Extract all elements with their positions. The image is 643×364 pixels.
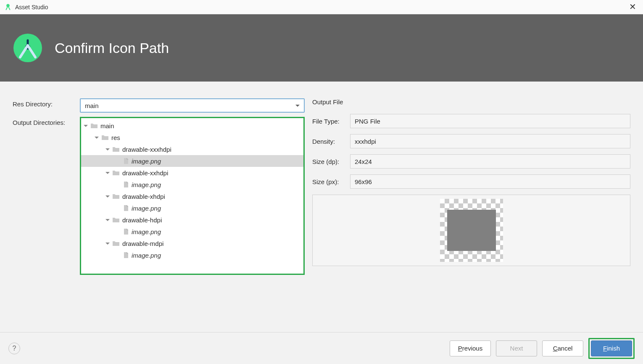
tree-node-label: res bbox=[111, 134, 120, 141]
density-value: xxxhdpi bbox=[350, 134, 630, 148]
tree-node-label: image.png bbox=[132, 228, 161, 235]
tree-node-label: image.png bbox=[132, 158, 161, 165]
file-icon bbox=[123, 181, 129, 188]
chevron-down-icon bbox=[295, 105, 300, 107]
size-dp-label: Size (dp): bbox=[312, 158, 350, 165]
tree-row[interactable]: main bbox=[81, 120, 303, 132]
file-type-label: File Type: bbox=[312, 118, 350, 125]
tree-node-label: image.png bbox=[132, 252, 161, 259]
tree-expander-icon[interactable] bbox=[105, 195, 110, 198]
help-button[interactable]: ? bbox=[8, 343, 20, 354]
tree-row[interactable]: image.png bbox=[81, 249, 303, 261]
checkerboard-icon bbox=[440, 199, 503, 262]
page-title: Confirm Icon Path bbox=[55, 40, 169, 56]
size-px-label: Size (px): bbox=[312, 178, 350, 185]
output-directories-label: Output Directories: bbox=[13, 117, 80, 126]
tree-row[interactable]: image.png bbox=[81, 226, 303, 237]
tree-expander-icon[interactable] bbox=[105, 172, 110, 174]
folder-icon bbox=[112, 217, 120, 223]
tree-expander-icon[interactable] bbox=[84, 125, 88, 127]
tree-expander-icon[interactable] bbox=[105, 219, 110, 221]
finish-highlight: Finish bbox=[588, 338, 635, 359]
cancel-button[interactable]: Cancel bbox=[542, 340, 583, 356]
finish-button[interactable]: Finish bbox=[591, 340, 632, 356]
file-type-value: PNG File bbox=[350, 114, 630, 128]
tree-expander-icon[interactable] bbox=[105, 243, 110, 245]
android-studio-icon bbox=[4, 3, 12, 11]
finish-label-rest: inish bbox=[607, 345, 620, 352]
tree-expander-icon[interactable] bbox=[105, 148, 110, 150]
res-directory-label: Res Directory: bbox=[13, 98, 80, 108]
window-title: Asset Studio bbox=[15, 4, 48, 11]
file-icon bbox=[123, 205, 129, 211]
content-area: Res Directory: main Output Directories: … bbox=[0, 82, 643, 332]
titlebar: Asset Studio ✕ bbox=[0, 0, 643, 14]
tree-node-label: drawable-hdpi bbox=[122, 216, 162, 224]
folder-icon bbox=[90, 123, 98, 129]
res-directory-value: main bbox=[85, 102, 295, 109]
tree-node-label: drawable-mdpi bbox=[122, 240, 163, 247]
tree-row[interactable]: image.png bbox=[81, 202, 303, 214]
previous-label-rest: revious bbox=[462, 345, 482, 352]
tree-row[interactable]: drawable-xxxhdpi bbox=[81, 143, 303, 155]
folder-icon bbox=[112, 146, 120, 152]
icon-preview bbox=[312, 195, 630, 266]
file-icon bbox=[123, 158, 129, 164]
tree-row[interactable]: image.png bbox=[81, 155, 303, 167]
tree-node-label: drawable-xhdpi bbox=[122, 193, 165, 200]
tree-row[interactable]: image.png bbox=[81, 179, 303, 190]
folder-icon bbox=[112, 193, 120, 199]
tree-row[interactable]: res bbox=[81, 132, 303, 143]
tree-node-label: drawable-xxhdpi bbox=[122, 169, 168, 177]
file-icon bbox=[123, 228, 129, 235]
android-studio-logo-icon bbox=[13, 33, 43, 63]
next-label: Next bbox=[510, 345, 523, 352]
tree-node-label: drawable-xxxhdpi bbox=[122, 146, 171, 153]
tree-node-label: image.png bbox=[132, 205, 161, 212]
help-icon: ? bbox=[13, 345, 16, 352]
tree-row[interactable]: drawable-hdpi bbox=[81, 214, 303, 226]
output-directories-tree[interactable]: mainresdrawable-xxxhdpiimage.pngdrawable… bbox=[80, 117, 305, 275]
folder-icon bbox=[101, 135, 109, 140]
tree-node-label: image.png bbox=[132, 181, 161, 188]
size-dp-value: 24x24 bbox=[350, 154, 630, 169]
footer: ? Previous Next Cancel Finish bbox=[0, 332, 643, 364]
cancel-label-rest: ancel bbox=[557, 345, 572, 352]
tree-node-label: main bbox=[100, 122, 114, 129]
density-label: Density: bbox=[312, 138, 350, 145]
tree-expander-icon[interactable] bbox=[95, 137, 99, 139]
size-px-value: 96x96 bbox=[350, 174, 630, 189]
tree-row[interactable]: drawable-xhdpi bbox=[81, 190, 303, 202]
folder-icon bbox=[112, 170, 120, 176]
previous-button[interactable]: Previous bbox=[450, 340, 491, 356]
banner: Confirm Icon Path bbox=[0, 14, 643, 82]
folder-icon bbox=[112, 240, 120, 246]
res-directory-dropdown[interactable]: main bbox=[80, 98, 305, 113]
tree-row[interactable]: drawable-mdpi bbox=[81, 237, 303, 249]
close-button[interactable]: ✕ bbox=[629, 2, 636, 12]
next-button: Next bbox=[496, 340, 537, 356]
output-file-heading: Output File bbox=[312, 98, 630, 106]
file-icon bbox=[123, 252, 129, 258]
tree-row[interactable]: drawable-xxhdpi bbox=[81, 167, 303, 179]
